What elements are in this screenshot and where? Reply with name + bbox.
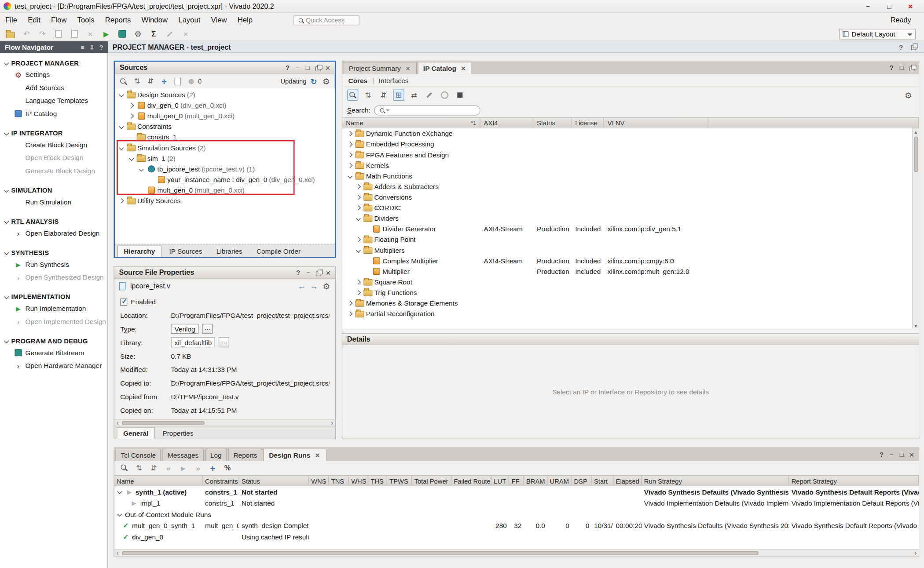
twisty-icon[interactable] xyxy=(347,131,354,137)
gear-icon[interactable] xyxy=(132,28,144,40)
help-icon[interactable] xyxy=(97,43,106,51)
minimize-icon[interactable] xyxy=(304,268,313,277)
tab-interfaces[interactable]: Interfaces xyxy=(379,77,409,84)
board-icon[interactable] xyxy=(116,28,128,40)
catalog-row[interactable]: Conversions xyxy=(342,192,919,203)
twisty-icon[interactable] xyxy=(118,91,125,98)
column-header-ths[interactable]: THS xyxy=(368,476,387,486)
tree-item[interactable]: sim_1 (2) xyxy=(115,153,335,164)
design-run-row[interactable]: synth_1 (active) constrs_1 Not started xyxy=(114,486,919,497)
bottom-panel-tab[interactable]: Log xyxy=(205,449,227,461)
twisty-icon[interactable] xyxy=(356,247,362,254)
float-icon[interactable] xyxy=(909,41,919,52)
properties-view-tab[interactable]: General xyxy=(117,427,155,438)
undo-icon[interactable] xyxy=(21,28,33,40)
twisty-icon[interactable] xyxy=(347,310,354,317)
sidebar-section-header[interactable]: RTL ANALYSIS xyxy=(0,216,107,227)
doc-icon[interactable] xyxy=(172,76,183,86)
refresh-icon[interactable] xyxy=(309,76,319,86)
gear-icon[interactable] xyxy=(321,76,331,86)
sidebar-item[interactable]: Run Implementation xyxy=(0,302,107,315)
column-header-tns[interactable]: TNS xyxy=(329,476,349,486)
column-header-bram[interactable]: BRAM xyxy=(524,476,548,486)
layout-selector[interactable]: Default Layout xyxy=(839,29,916,39)
column-header-dsp[interactable]: DSP xyxy=(572,476,592,486)
minimize-icon[interactable] xyxy=(293,63,302,72)
twisty-icon[interactable] xyxy=(356,237,362,243)
expand-all-icon[interactable] xyxy=(149,463,159,473)
catalog-row[interactable]: Math Functions xyxy=(342,171,919,181)
sidebar-item[interactable]: Settings xyxy=(0,68,107,81)
catalog-row[interactable]: Kernels xyxy=(342,160,919,171)
gear-icon[interactable] xyxy=(321,281,332,291)
search-icon[interactable] xyxy=(347,90,358,101)
catalog-row[interactable]: Square Root xyxy=(342,277,919,287)
property-value[interactable]: Verilog xyxy=(171,324,198,334)
sidebar-item[interactable]: Open Block Design xyxy=(0,151,107,164)
twisty-icon[interactable] xyxy=(128,155,135,162)
sidebar-item[interactable]: Open Elaborated Design xyxy=(0,227,107,240)
square-icon[interactable] xyxy=(455,90,466,101)
collapse-all-icon[interactable] xyxy=(134,463,144,473)
catalog-row[interactable]: Memories & Storage Elements xyxy=(342,298,919,309)
column-header-elapsed[interactable]: Elapsed xyxy=(613,476,642,486)
scroll-up-icon[interactable] xyxy=(913,128,919,135)
sidebar-section-header[interactable]: PROGRAM AND DEBUG xyxy=(0,335,107,346)
circle-icon[interactable] xyxy=(439,90,450,101)
bottom-panel-tab[interactable]: Messages xyxy=(162,449,204,461)
menu-item[interactable]: Edit xyxy=(22,14,46,26)
vertical-scrollbar[interactable] xyxy=(912,128,919,328)
sidebar-section-header[interactable]: SIMULATION xyxy=(0,185,107,196)
catalog-row[interactable]: Partial Reconfiguration xyxy=(342,309,919,319)
close-tab-icon[interactable] xyxy=(404,65,411,72)
column-header-tpws[interactable]: TPWS xyxy=(387,476,412,486)
catalog-row[interactable]: Complex Multiplier AXI4-Stream Productio… xyxy=(342,255,919,266)
horizontal-scrollbar[interactable] xyxy=(114,419,335,426)
scroll-left-icon[interactable] xyxy=(114,419,121,426)
column-header-name[interactable]: Name xyxy=(114,476,203,486)
twisty-icon[interactable] xyxy=(356,183,362,190)
design-run-row[interactable]: Out-of-Context Module Runs xyxy=(114,509,919,520)
menu-item[interactable]: Layout xyxy=(173,14,205,26)
title-bar[interactable]: test_project - [D:/ProgramFiles/FPGA/tes… xyxy=(0,0,924,13)
catalog-row[interactable]: CORDIC xyxy=(342,203,919,213)
minimize-icon[interactable] xyxy=(863,1,873,11)
twisty-icon[interactable] xyxy=(139,166,145,172)
catalog-row[interactable]: Multiplier Production Included xilinx.co… xyxy=(342,266,919,277)
scroll-left-icon[interactable] xyxy=(114,550,121,556)
sidebar-item[interactable]: Open Implemented Design xyxy=(0,315,107,328)
maximize-icon[interactable] xyxy=(303,63,312,72)
catalog-row[interactable]: Divider Generator AXI4-Stream Production… xyxy=(342,224,919,234)
column-header-run-strategy[interactable]: Run Strategy xyxy=(642,476,789,486)
design-run-row[interactable]: impl_1 constrs_1 Not started xyxy=(114,498,919,509)
property-value[interactable]: D:/TEMP/ipcore_test.v xyxy=(171,393,238,400)
search-icon[interactable] xyxy=(118,76,128,86)
tree-item[interactable]: constrs_1 xyxy=(115,132,335,142)
menu-item[interactable]: File xyxy=(0,14,22,26)
tree-item[interactable]: Utility Sources xyxy=(115,196,335,206)
hierarchy-icon[interactable] xyxy=(393,90,404,101)
scroll-right-icon[interactable] xyxy=(329,419,335,426)
column-header-lut[interactable]: LUT xyxy=(491,476,509,486)
twisty-icon[interactable] xyxy=(356,194,362,200)
sidebar-section-header[interactable]: SYNTHESIS xyxy=(0,248,107,258)
twisty-icon[interactable] xyxy=(356,289,362,296)
column-header-whs[interactable]: WHS xyxy=(349,476,368,486)
column-header-start[interactable]: Start xyxy=(592,476,614,486)
close-icon[interactable] xyxy=(323,268,333,277)
property-value[interactable]: 0.7 KB xyxy=(171,353,191,360)
tree-item[interactable]: Simulation Sources (2) xyxy=(115,142,335,153)
scrollbar-thumb[interactable] xyxy=(914,137,918,172)
forward-icon[interactable] xyxy=(309,281,319,291)
menu-icon[interactable] xyxy=(78,43,87,51)
paste-icon[interactable] xyxy=(68,28,80,40)
help-icon[interactable] xyxy=(283,63,292,72)
column-header-uram[interactable]: URAM xyxy=(547,476,572,486)
twisty-icon[interactable] xyxy=(356,215,362,222)
collapse-all-icon[interactable] xyxy=(363,90,374,101)
sidebar-item[interactable]: Run Simulation xyxy=(0,196,107,208)
float-icon[interactable] xyxy=(313,63,322,72)
design-run-row[interactable]: div_gen_0 Using cached IP results xyxy=(114,531,919,542)
twisty-icon[interactable] xyxy=(347,141,354,148)
twisty-icon[interactable] xyxy=(117,489,123,495)
